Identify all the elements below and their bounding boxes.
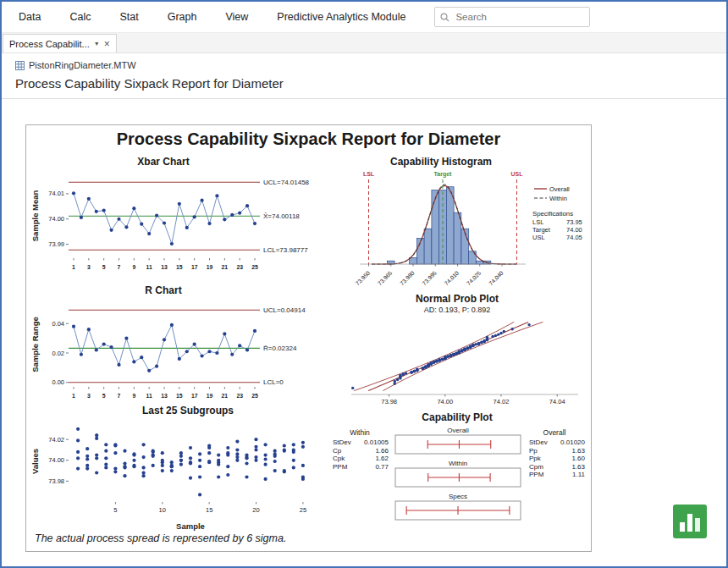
svg-text:74.00: 74.00 xyxy=(48,456,64,464)
svg-text:74.00: 74.00 xyxy=(48,215,64,223)
report-canvas[interactable]: Process Capability Sixpack Report for Di… xyxy=(25,124,592,552)
r-chart-title: R Chart xyxy=(30,284,324,297)
svg-text:73.95: 73.95 xyxy=(566,218,582,226)
capability-histogram: Capability Histogram LSLTargetUSL73.9507… xyxy=(328,156,587,292)
svg-text:Specs: Specs xyxy=(449,493,467,500)
svg-text:Overall: Overall xyxy=(543,428,566,437)
tab-close-icon[interactable]: × xyxy=(104,40,110,48)
svg-text:Specifications: Specifications xyxy=(532,210,573,218)
svg-text:Within: Within xyxy=(350,428,370,437)
svg-text:20: 20 xyxy=(252,506,259,514)
last-25-subgroups-chart: Last 25 Subgroups 73.9874.0074.025101520… xyxy=(30,405,324,532)
svg-text:1: 1 xyxy=(72,393,75,399)
divider xyxy=(2,98,726,99)
svg-text:17: 17 xyxy=(191,264,198,270)
normal-prob-plot: Normal Prob Plot AD: 0.193, P: 0.892 73.… xyxy=(328,293,587,410)
svg-text:Cpk: Cpk xyxy=(333,455,345,462)
svg-text:9: 9 xyxy=(132,393,135,399)
svg-text:0.77: 0.77 xyxy=(375,463,389,471)
r-chart: R Chart UCL=0.04914R̄=0.02324LCL=00.000.… xyxy=(30,284,324,400)
svg-text:0.01020: 0.01020 xyxy=(560,438,585,446)
svg-text:5: 5 xyxy=(102,264,106,270)
graphs-icon xyxy=(673,505,707,538)
svg-text:73.99: 73.99 xyxy=(48,240,64,248)
svg-text:15: 15 xyxy=(176,393,183,399)
svg-text:1.63: 1.63 xyxy=(571,463,585,471)
capability-plot-canvas: OverallWithinSpecsWithinStDev0.01005Cp1.… xyxy=(328,424,587,529)
svg-text:74.04: 74.04 xyxy=(549,398,565,405)
svg-text:Cp: Cp xyxy=(333,447,342,455)
search-box[interactable] xyxy=(434,7,590,27)
svg-text:Overall: Overall xyxy=(549,185,570,193)
prob-plot-title: Normal Prob Plot xyxy=(328,293,587,306)
svg-text:Pp: Pp xyxy=(529,447,538,455)
svg-text:7: 7 xyxy=(118,264,121,270)
svg-text:73.98: 73.98 xyxy=(381,398,397,405)
svg-text:25: 25 xyxy=(251,393,258,399)
prob-plot-subtitle: AD: 0.193, P: 0.892 xyxy=(328,306,587,315)
last-25-canvas: 73.9874.0074.02510152025SampleValues xyxy=(30,417,324,532)
xbar-chart: Xbar Chart UCL=74.01458X̄=74.00118LCL=73… xyxy=(30,156,324,272)
svg-text:74.040: 74.040 xyxy=(488,270,505,287)
svg-text:74.00: 74.00 xyxy=(566,226,582,234)
svg-text:LCL=73.98777: LCL=73.98777 xyxy=(263,246,308,254)
svg-text:9: 9 xyxy=(132,264,135,270)
menubar: Data Calc Stat Graph View Predictive Ana… xyxy=(2,2,726,33)
svg-text:19: 19 xyxy=(207,393,213,399)
svg-text:Within: Within xyxy=(549,195,567,202)
svg-text:10: 10 xyxy=(159,506,166,514)
svg-text:0.04: 0.04 xyxy=(52,320,64,328)
svg-text:StDev: StDev xyxy=(333,438,351,446)
svg-text:74.025: 74.025 xyxy=(466,270,483,287)
svg-text:74.02: 74.02 xyxy=(494,398,510,405)
tab-strip: Process Capabilit... ▼ × xyxy=(2,33,726,53)
svg-text:Sample Mean: Sample Mean xyxy=(30,190,40,241)
histogram-title: Capability Histogram xyxy=(328,156,587,168)
svg-text:0.02: 0.02 xyxy=(52,350,64,357)
worksheet-row: PistonRingDiameter.MTW xyxy=(15,60,726,70)
worksheet-name: PistonRingDiameter.MTW xyxy=(29,60,136,70)
menu-data[interactable]: Data xyxy=(19,11,41,23)
menu-view[interactable]: View xyxy=(225,11,248,23)
svg-text:3: 3 xyxy=(87,264,91,270)
svg-text:25: 25 xyxy=(300,506,306,514)
histogram-canvas: LSLTargetUSL73.95073.96573.98073.99574.0… xyxy=(328,168,587,292)
svg-text:23: 23 xyxy=(236,264,243,270)
tab-dropdown-icon[interactable]: ▼ xyxy=(94,41,100,47)
menu-graph[interactable]: Graph xyxy=(168,11,197,23)
svg-text:73.965: 73.965 xyxy=(377,270,394,287)
graphs-panel-button[interactable] xyxy=(673,505,707,538)
svg-text:21: 21 xyxy=(222,264,229,270)
svg-text:USL: USL xyxy=(532,234,545,241)
svg-text:74.02: 74.02 xyxy=(48,436,64,444)
svg-text:11: 11 xyxy=(146,393,152,399)
tab-process-capability[interactable]: Process Capabilit... ▼ × xyxy=(3,34,117,52)
search-input[interactable] xyxy=(454,11,584,23)
svg-text:Sample Range: Sample Range xyxy=(30,317,40,372)
svg-text:17: 17 xyxy=(191,393,198,399)
menu-stat[interactable]: Stat xyxy=(119,11,138,23)
svg-text:StDev: StDev xyxy=(529,438,548,446)
menu-calc[interactable]: Calc xyxy=(69,11,91,23)
svg-text:7: 7 xyxy=(118,393,121,399)
svg-text:Sample: Sample xyxy=(176,521,205,531)
svg-text:0.01005: 0.01005 xyxy=(364,438,389,446)
svg-text:11: 11 xyxy=(146,264,152,270)
search-icon xyxy=(440,13,449,22)
svg-text:LSL: LSL xyxy=(532,218,543,226)
prob-plot-canvas: 73.9874.0074.0274.04 xyxy=(328,315,587,410)
menu-predictive-analytics-module[interactable]: Predictive Analytics Module xyxy=(277,11,405,23)
svg-text:Target: Target xyxy=(434,171,453,178)
svg-text:13: 13 xyxy=(161,393,168,399)
svg-text:Within: Within xyxy=(449,460,467,467)
xbar-chart-title: Xbar Chart xyxy=(30,156,324,168)
svg-text:Target: Target xyxy=(532,226,551,234)
worksheet-icon xyxy=(15,61,25,70)
svg-text:1.11: 1.11 xyxy=(572,471,586,478)
svg-text:1: 1 xyxy=(72,264,75,270)
app-window: Data Calc Stat Graph View Predictive Ana… xyxy=(0,0,728,568)
xbar-chart-canvas: UCL=74.01458X̄=74.00118LCL=73.9877773.99… xyxy=(30,168,324,272)
report-note: The actual process spread is represented… xyxy=(35,532,286,544)
page-title: Process Capability Sixpack Report for Di… xyxy=(15,76,713,91)
svg-text:X̄=74.00118: X̄=74.00118 xyxy=(263,212,300,220)
